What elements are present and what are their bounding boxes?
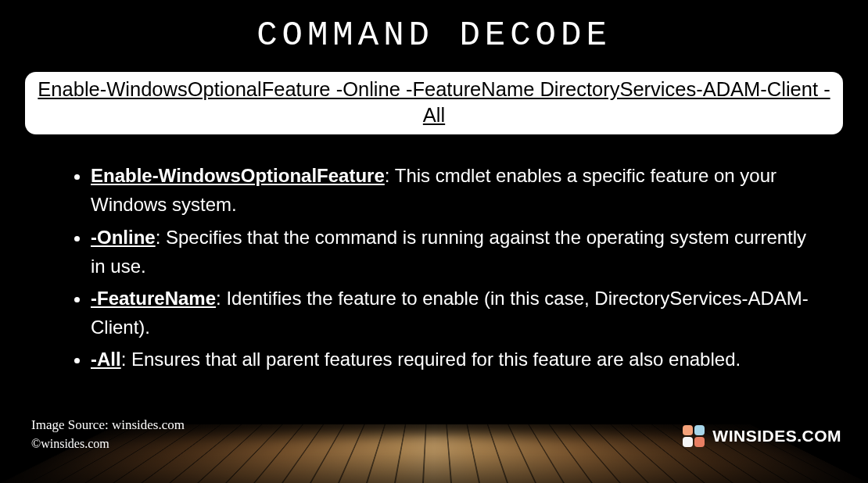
image-source: Image Source: winsides.com <box>31 415 185 435</box>
term: -FeatureName <box>91 288 216 309</box>
list-item: Enable-WindowsOptionalFeature: This cmdl… <box>91 161 813 219</box>
term: Enable-WindowsOptionalFeature <box>91 165 385 186</box>
command-box: Enable-WindowsOptionalFeature -Online -F… <box>25 72 843 134</box>
copyright: ©winsides.com <box>31 435 185 453</box>
term-desc: : Specifies that the command is running … <box>91 227 806 277</box>
brand: WINSIDES.COM <box>683 425 841 447</box>
term-desc: : Ensures that all parent features requi… <box>121 349 741 370</box>
page-title: COMMAND DECODE <box>23 16 845 55</box>
list-item: -All: Ensures that all parent features r… <box>91 345 813 374</box>
term: -All <box>91 349 121 370</box>
list-item: -Online: Specifies that the command is r… <box>91 223 813 281</box>
brand-text: WINSIDES.COM <box>712 427 841 445</box>
slide-content: COMMAND DECODE Enable-WindowsOptionalFea… <box>0 0 868 483</box>
list-item: -FeatureName: Identifies the feature to … <box>91 284 813 342</box>
footer: Image Source: winsides.com ©winsides.com <box>31 415 185 454</box>
brand-logo-icon <box>683 425 705 447</box>
decode-list: Enable-WindowsOptionalFeature: This cmdl… <box>91 161 813 374</box>
term: -Online <box>91 227 156 248</box>
